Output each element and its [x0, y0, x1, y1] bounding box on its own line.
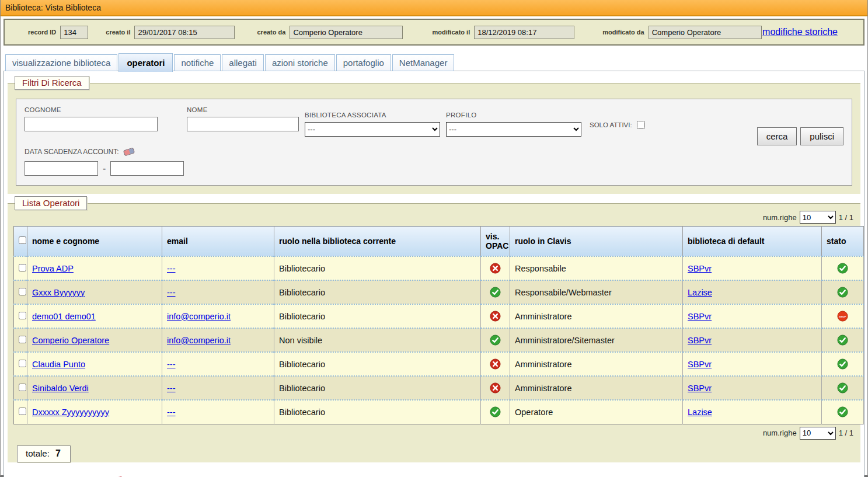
tab-visualizzazione-biblioteca[interactable]: visualizzazione biblioteca	[5, 54, 117, 71]
table-row: Comperio Operatore info@comperio.it Non …	[14, 328, 864, 352]
cognome-input[interactable]	[25, 117, 158, 131]
table-row: Sinibaldo Verdi --- Bibliotecario Ammini…	[14, 376, 864, 400]
modified-by-label: modificato da	[602, 29, 644, 36]
row-checkbox[interactable]	[19, 264, 26, 271]
operator-name-cell: Gxxx Byyyyyy	[27, 280, 162, 304]
modifiche-storiche-link[interactable]: modifiche storiche	[762, 27, 838, 37]
biblioteca-default-link[interactable]: SBPvr	[688, 384, 712, 393]
record-id-field: record ID	[28, 26, 88, 39]
row-checkbox[interactable]	[19, 384, 26, 391]
biblioteca-associata-select[interactable]: ---	[305, 122, 440, 137]
table-row: Dxxxxx Zyyyyyyyyyy --- Bibliotecario Ope…	[14, 400, 864, 424]
ruolo-clavis-cell: Amministratore	[510, 376, 683, 400]
biblioteca-default-link[interactable]: SBPvr	[688, 264, 712, 273]
tab-allegati[interactable]: allegati	[222, 54, 264, 71]
biblioteca-default-cell: SBPvr	[683, 352, 822, 376]
row-checkbox-cell	[14, 328, 27, 352]
biblioteca-default-cell: Lazise	[683, 400, 822, 424]
nome-group: NOME	[187, 106, 299, 131]
cognome-label: COGNOME	[25, 106, 158, 113]
solo-attivi-checkbox[interactable]	[637, 121, 645, 129]
col-nome-cognome: nome e cognome	[27, 227, 162, 257]
tab-operatori[interactable]: operatori	[118, 53, 173, 72]
cerca-button[interactable]: cerca	[757, 127, 797, 145]
vis-opac-cell	[481, 280, 510, 304]
row-checkbox[interactable]	[19, 360, 26, 367]
check-icon	[490, 287, 501, 297]
operator-name-link[interactable]: Dxxxxx Zyyyyyyyyyy	[32, 408, 109, 417]
biblioteca-default-cell: Lazise	[683, 280, 822, 304]
col-ruolo-clavis: ruolo in Clavis	[510, 227, 683, 257]
data-scadenza-from-input[interactable]	[25, 161, 98, 176]
biblioteca-default-link[interactable]: SBPvr	[688, 336, 712, 345]
operator-name-link[interactable]: Sinibaldo Verdi	[32, 384, 89, 393]
num-righe-select-bottom[interactable]: 10	[800, 427, 836, 440]
biblioteca-default-link[interactable]: SBPvr	[688, 312, 712, 321]
operators-list-section: Lista Operatori num.righe 10 1 / 1 nome …	[8, 203, 860, 462]
operator-email-link[interactable]: ---	[167, 288, 176, 297]
num-righe-label-bottom: num.righe	[763, 429, 797, 437]
num-righe-label: num.righe	[763, 213, 797, 222]
operator-email-link[interactable]: ---	[167, 264, 176, 273]
operator-email-cell: info@comperio.it	[162, 328, 274, 352]
data-scadenza-to-input[interactable]	[110, 161, 184, 176]
table-row: Claudia Punto --- Bibliotecario Amminist…	[14, 352, 864, 376]
profilo-label: PROFILO	[446, 112, 581, 119]
table-header-row: nome e cognome email ruolo nella bibliot…	[14, 227, 864, 257]
num-righe-select-top[interactable]: 10	[800, 211, 836, 224]
stato-cell	[822, 280, 864, 304]
profilo-group: PROFILO ---	[446, 112, 581, 137]
tab-portafoglio[interactable]: portafoglio	[336, 54, 391, 71]
tab-azioni-storiche[interactable]: azioni storiche	[265, 54, 335, 71]
search-filters-section: Filtri Di Ricerca COGNOME NOME BIBLIOTEC…	[8, 83, 860, 194]
col-ruolo-biblioteca: ruolo nella biblioteca corrente	[274, 227, 481, 257]
operator-name-cell: demo01 demo01	[27, 304, 162, 328]
check-icon	[837, 335, 848, 344]
row-checkbox-cell	[14, 352, 27, 376]
operator-email-link[interactable]: ---	[167, 360, 176, 369]
window-title-bar: Biblioteca: Vista Biblioteca	[1, 0, 867, 16]
operator-email-link[interactable]: info@comperio.it	[167, 312, 231, 321]
ruolo-biblioteca-cell: Bibliotecario	[274, 400, 481, 424]
ruolo-biblioteca-cell: Bibliotecario	[274, 376, 481, 400]
stato-cell	[822, 376, 864, 400]
tab-netmanager[interactable]: NetManager	[392, 54, 455, 71]
operator-name-link[interactable]: Prova ADP	[32, 264, 74, 273]
operator-email-cell: ---	[162, 352, 274, 376]
check-icon	[837, 383, 848, 392]
pulisci-button[interactable]: pulisci	[800, 127, 843, 145]
row-checkbox[interactable]	[19, 408, 26, 415]
biblioteca-default-link[interactable]: Lazise	[688, 288, 712, 297]
modified-at-field: modificato il	[432, 26, 574, 39]
pagination-top: num.righe 10 1 / 1	[15, 211, 853, 224]
row-checkbox[interactable]	[19, 312, 26, 319]
svg-text:STOP: STOP	[839, 315, 846, 318]
operator-name-link[interactable]: Comperio Operatore	[32, 336, 109, 345]
operator-name-link[interactable]: demo01 demo01	[32, 312, 96, 321]
profilo-select[interactable]: ---	[446, 122, 581, 137]
operator-email-link[interactable]: ---	[167, 408, 176, 417]
biblioteca-default-link[interactable]: SBPvr	[688, 360, 712, 369]
modified-by-field: modificato da	[602, 26, 762, 39]
stop-icon: STOP	[837, 311, 848, 321]
row-checkbox-cell	[14, 400, 27, 424]
totale-value: 7	[55, 448, 61, 458]
tab-notifiche[interactable]: notifiche	[174, 54, 221, 71]
row-checkbox[interactable]	[19, 288, 26, 295]
operator-email-link[interactable]: info@comperio.it	[167, 336, 231, 345]
created-at-label: creato il	[106, 29, 130, 36]
operator-name-link[interactable]: Gxxx Byyyyyy	[32, 288, 85, 297]
ruolo-biblioteca-cell: Non visibile	[274, 328, 481, 352]
operator-email-link[interactable]: ---	[167, 384, 176, 393]
select-all-checkbox[interactable]	[19, 236, 26, 244]
biblioteca-default-link[interactable]: Lazise	[688, 408, 712, 417]
biblioteca-default-cell: SBPvr	[683, 328, 822, 352]
row-checkbox[interactable]	[19, 336, 26, 343]
operator-name-link[interactable]: Claudia Punto	[32, 360, 85, 369]
solo-attivi-group: SOLO ATTIVI:	[590, 121, 645, 129]
nome-input[interactable]	[187, 117, 299, 131]
eraser-icon[interactable]	[123, 147, 134, 156]
operator-name-cell: Claudia Punto	[27, 352, 162, 376]
biblioteca-associata-group: BIBLIOTECA ASSOCIATA ---	[305, 112, 440, 137]
check-icon	[837, 287, 848, 297]
